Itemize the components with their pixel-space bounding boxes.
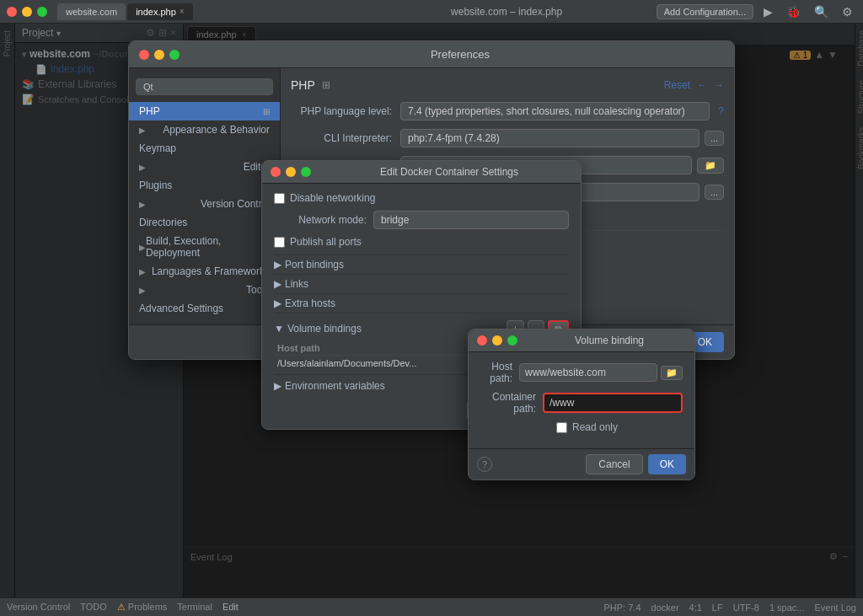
pref-nav-directories[interactable]: Directories ⊞	[129, 213, 280, 232]
cli-interpreter-select[interactable]: php:7.4-fpm (7.4.28)	[400, 129, 700, 147]
publish-all-label: Publish all ports	[274, 236, 362, 248]
chevron-right-icon: ▶	[274, 259, 281, 271]
docker-close-btn[interactable]	[271, 167, 281, 177]
pref-nav-plugins[interactable]: Plugins ⊞	[129, 176, 280, 195]
close-button[interactable]	[7, 7, 17, 17]
tab-index-label: index.php	[136, 7, 176, 17]
vol-max-btn[interactable]	[507, 335, 517, 345]
title-bar-right: Add Configuration... ▶ 🐞 🔍 ⚙	[657, 3, 856, 20]
pref-section-title: PHP ⊞ Reset ← →	[291, 78, 724, 92]
nav-forward-icon[interactable]: →	[714, 79, 724, 91]
docker-min-btn[interactable]	[286, 167, 296, 177]
chevron-right-icon: ▶	[139, 163, 146, 172]
tab-website[interactable]: website.com	[57, 3, 126, 20]
php-version: PHP: 7.4	[604, 603, 641, 613]
modal-max-btn[interactable]	[169, 50, 180, 60]
tab-website-label: website.com	[66, 7, 117, 17]
lf-label: LF	[712, 603, 723, 613]
problems-tab[interactable]: ⚠ Problems	[117, 602, 168, 613]
version-control-tab[interactable]: Version Control	[7, 602, 70, 613]
pref-search-input[interactable]	[136, 78, 273, 95]
php-language-select[interactable]: 7.4 (typed properties, short closures, n…	[400, 102, 710, 121]
vol-close-btn[interactable]	[477, 335, 487, 345]
host-path-field-label: Host path:	[480, 361, 519, 384]
network-mode-input[interactable]	[373, 211, 569, 229]
cli-interpreter-field: php:7.4-fpm (7.4.28) ...	[400, 129, 724, 147]
minimize-button[interactable]	[22, 7, 32, 17]
tab-index[interactable]: index.php ×	[127, 3, 193, 20]
event-log-status[interactable]: Event Log	[814, 603, 856, 613]
volume-binding-dialog: Volume binding Host path: 📁 Container pa…	[468, 329, 695, 480]
links-section[interactable]: ▶ Links	[274, 274, 569, 293]
pref-nav-php[interactable]: PHP ⊞	[129, 102, 280, 121]
search-icon[interactable]: 🔍	[811, 3, 832, 20]
docker-dialog-title: Edit Docker Container Settings	[326, 166, 572, 178]
maximize-button[interactable]	[37, 7, 47, 17]
read-only-row: Read only	[480, 421, 683, 433]
status-bar: Version Control TODO ⚠ Problems Terminal…	[0, 597, 863, 616]
debug-icon[interactable]: 🐞	[783, 3, 804, 20]
add-config-button[interactable]: Add Configuration...	[657, 4, 753, 19]
terminal-tab[interactable]: Terminal	[177, 602, 212, 613]
docker-dots-button[interactable]: ...	[705, 185, 724, 200]
pref-nav-vc-label: Version Control	[201, 198, 270, 210]
nav-back-icon[interactable]: ←	[697, 79, 707, 91]
modal-close-btn[interactable]	[139, 50, 149, 60]
pref-nav-languages[interactable]: ▶ Languages & Frameworks	[129, 262, 280, 281]
volume-ok-button[interactable]: OK	[648, 454, 686, 474]
php-language-select-wrapper: 7.4 (typed properties, short closures, n…	[400, 102, 710, 121]
container-path-input[interactable]	[543, 393, 683, 413]
preferences-title-bar: Preferences	[129, 41, 734, 68]
reset-link[interactable]: Reset	[664, 79, 690, 91]
php-language-field: 7.4 (typed properties, short closures, n…	[400, 102, 724, 121]
pref-nav-editor[interactable]: ▶ Editor	[129, 158, 280, 176]
info-icon[interactable]: ?	[718, 105, 724, 117]
pref-nav-tools[interactable]: ▶ Tools	[129, 281, 280, 299]
docker-max-btn[interactable]	[301, 167, 311, 177]
settings-icon[interactable]: ⚙	[839, 3, 856, 20]
path-browse-button[interactable]: 📁	[697, 158, 724, 174]
problems-label: Problems	[128, 602, 167, 612]
pref-nav-keymap[interactable]: Keymap	[129, 139, 280, 158]
chevron-down-icon: ▼	[274, 323, 284, 335]
read-only-checkbox[interactable]	[556, 422, 567, 433]
pref-nav-keymap-label: Keymap	[139, 142, 176, 154]
chevron-right-icon: ▶	[139, 286, 146, 295]
docker-title-bar: Edit Docker Container Settings	[262, 161, 581, 184]
volume-help-button[interactable]: ?	[477, 457, 492, 472]
title-bar: website.com index.php × website.com – in…	[0, 0, 863, 24]
pref-nav-advanced[interactable]: Advanced Settings	[129, 299, 280, 318]
host-path-browse-button[interactable]: 📁	[661, 366, 683, 380]
volume-title-bar: Volume binding	[469, 329, 694, 352]
volume-cancel-button[interactable]: Cancel	[586, 454, 642, 474]
disable-networking-checkbox[interactable]	[274, 193, 285, 204]
cli-interpreter-label: CLI Interpreter:	[291, 132, 400, 144]
pref-nav-build[interactable]: ▶ Build, Execution, Deployment	[129, 232, 280, 262]
host-path-input[interactable]	[519, 363, 657, 382]
cli-dots-button[interactable]: ...	[705, 131, 724, 146]
volume-bindings-title[interactable]: ▼ Volume bindings	[274, 323, 362, 335]
port-bindings-section[interactable]: ▶ Port bindings	[274, 254, 569, 274]
close-tab-icon[interactable]: ×	[180, 7, 185, 16]
modal-traffic-lights	[139, 50, 180, 60]
pref-nav-php-label: PHP	[139, 105, 160, 117]
pref-nav-appearance[interactable]: ▶ Appearance & Behavior	[129, 121, 280, 139]
publish-all-checkbox[interactable]	[274, 237, 285, 248]
preferences-title: Preferences	[196, 48, 724, 61]
todo-tab[interactable]: TODO	[80, 602, 107, 613]
host-path-row: Host path: 📁	[480, 361, 683, 384]
chevron-right-icon: ▶	[139, 243, 146, 252]
container-path-field-label: Container path:	[480, 391, 543, 415]
disable-networking-label: Disable networking	[274, 192, 375, 204]
network-mode-label: Network mode:	[274, 214, 367, 226]
extra-hosts-section[interactable]: ▶ Extra hosts	[274, 293, 569, 313]
cli-select-wrapper: php:7.4-fpm (7.4.28)	[400, 129, 700, 147]
modal-min-btn[interactable]	[154, 50, 164, 60]
php-language-row: PHP language level: 7.4 (typed propertie…	[291, 102, 724, 121]
run-icon[interactable]: ▶	[760, 3, 776, 20]
chevron-right-icon: ▶	[274, 380, 281, 392]
pref-nav-adv-label: Advanced Settings	[139, 303, 223, 314]
vol-min-btn[interactable]	[492, 335, 502, 345]
php-language-label: PHP language level:	[291, 105, 400, 117]
pref-nav-version-control[interactable]: ▶ Version Control	[129, 195, 280, 213]
